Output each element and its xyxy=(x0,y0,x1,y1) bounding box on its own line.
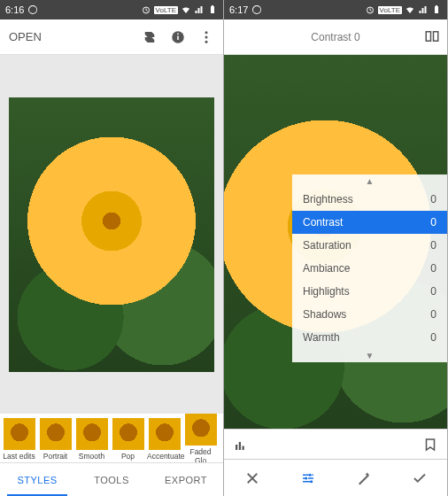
edit-header-value: 0 xyxy=(354,31,360,43)
right-phone: 6:17 VoLTE Contrast 0 xyxy=(224,0,448,496)
signal-icon xyxy=(418,4,429,15)
more-vert-icon[interactable] xyxy=(198,29,214,45)
adjust-value: 0 xyxy=(430,262,436,275)
adjust-label: Saturation xyxy=(303,239,351,252)
adjust-row-warmth[interactable]: Warmth0 xyxy=(292,326,447,349)
style-thumb-image xyxy=(76,418,108,450)
info-icon[interactable] xyxy=(170,29,186,45)
svg-rect-16 xyxy=(236,445,237,450)
svg-point-7 xyxy=(205,31,208,34)
style-thumb-image xyxy=(185,414,217,446)
status-bar: 6:16 VoLTE xyxy=(0,0,223,19)
adjust-row-ambiance[interactable]: Ambiance0 xyxy=(292,257,447,280)
adjust-value: 0 xyxy=(430,285,436,298)
style-thumb-image xyxy=(4,418,35,450)
style-thumb-image xyxy=(112,418,144,450)
edit-header: Contrast 0 xyxy=(224,19,447,55)
adjust-label: Brightness xyxy=(303,193,353,205)
svg-point-21 xyxy=(310,480,313,483)
style-thumb-label: Smooth xyxy=(74,452,109,461)
status-time: 6:17 xyxy=(229,4,248,15)
image-preview[interactable] xyxy=(0,55,223,414)
whatsapp-icon xyxy=(27,4,38,15)
action-bar xyxy=(224,459,447,496)
tab-tools-label: TOOLS xyxy=(94,475,129,485)
edit-header-label: Contrast xyxy=(311,31,351,43)
svg-rect-2 xyxy=(211,6,214,13)
svg-rect-12 xyxy=(435,6,438,13)
chevron-up-icon[interactable]: ▲ xyxy=(292,174,447,188)
left-phone: 6:16 VoLTE OPEN xyxy=(0,0,224,496)
svg-rect-17 xyxy=(239,442,241,450)
bookmark-icon[interactable] xyxy=(422,437,438,453)
status-time: 6:16 xyxy=(5,4,24,15)
tab-export[interactable]: EXPORT xyxy=(149,463,223,496)
lte-badge: VoLTE xyxy=(378,6,402,14)
edit-image-area[interactable]: ▲ Brightness0Contrast0Saturation0Ambianc… xyxy=(224,55,447,429)
adjust-row-highlights[interactable]: Highlights0 xyxy=(292,280,447,303)
svg-point-20 xyxy=(305,477,307,479)
adjust-label: Warmth xyxy=(303,331,340,344)
svg-rect-18 xyxy=(243,446,244,450)
wifi-icon xyxy=(405,4,415,15)
edit-tool-icons xyxy=(224,429,447,459)
svg-point-8 xyxy=(205,35,208,38)
battery-icon xyxy=(207,4,218,15)
alarm-icon xyxy=(365,4,375,15)
style-thumb-image xyxy=(40,418,72,450)
status-bar: 6:17 VoLTE xyxy=(224,0,447,19)
adjust-value: 0 xyxy=(430,308,436,321)
styles-strip[interactable]: Last editsPortraitSmoothPopAccentuateFad… xyxy=(0,414,223,462)
battery-icon xyxy=(431,4,442,15)
adjust-label: Ambiance xyxy=(303,262,350,275)
lte-badge: VoLTE xyxy=(154,6,178,14)
compare-icon[interactable] xyxy=(424,28,440,44)
adjust-panel[interactable]: ▲ Brightness0Contrast0Saturation0Ambianc… xyxy=(292,174,447,362)
photo-content xyxy=(9,97,214,372)
adjust-row-brightness[interactable]: Brightness0 xyxy=(292,188,447,211)
svg-point-9 xyxy=(205,40,208,43)
chevron-down-icon[interactable]: ▼ xyxy=(292,349,447,362)
svg-rect-5 xyxy=(177,35,179,40)
style-thumb[interactable]: Smooth xyxy=(74,418,109,461)
alarm-icon xyxy=(141,4,151,15)
style-thumb[interactable]: Accentuate xyxy=(147,418,182,461)
adjust-row-saturation[interactable]: Saturation0 xyxy=(292,234,447,257)
style-thumb-label: Last edits xyxy=(2,452,36,461)
card-stack-icon[interactable] xyxy=(142,29,158,45)
adjust-row-shadows[interactable]: Shadows0 xyxy=(292,303,447,326)
style-thumb-label: Portrait xyxy=(38,452,73,461)
histogram-icon[interactable] xyxy=(233,437,249,453)
main-toolbar: OPEN xyxy=(0,19,223,55)
style-thumb[interactable]: Portrait xyxy=(38,418,73,461)
svg-point-19 xyxy=(308,473,311,476)
style-thumb[interactable]: Faded Glo xyxy=(183,414,218,462)
style-thumb-image xyxy=(149,418,181,450)
tab-tools[interactable]: TOOLS xyxy=(74,463,149,496)
close-icon[interactable] xyxy=(244,470,260,486)
style-thumb-label: Pop xyxy=(111,452,145,461)
open-button[interactable]: OPEN xyxy=(9,30,42,43)
check-icon[interactable] xyxy=(412,470,428,486)
svg-rect-3 xyxy=(212,5,213,6)
sliders-icon[interactable] xyxy=(300,470,316,486)
tab-export-label: EXPORT xyxy=(165,475,207,485)
svg-rect-14 xyxy=(426,32,430,42)
adjust-row-contrast[interactable]: Contrast0 xyxy=(292,211,447,234)
adjust-label: Shadows xyxy=(303,308,346,321)
tab-styles-label: STYLES xyxy=(17,475,57,485)
style-thumb-label: Faded Glo xyxy=(183,447,218,463)
magic-wand-icon[interactable] xyxy=(356,470,372,486)
svg-rect-13 xyxy=(436,5,437,6)
style-thumb[interactable]: Last edits xyxy=(2,418,36,461)
adjust-value: 0 xyxy=(430,193,436,205)
style-thumb-label: Accentuate xyxy=(147,452,182,461)
adjust-value: 0 xyxy=(430,331,436,344)
signal-icon xyxy=(194,4,205,15)
tab-styles[interactable]: STYLES xyxy=(0,463,74,496)
whatsapp-icon xyxy=(251,4,262,15)
adjust-value: 0 xyxy=(430,216,436,229)
style-thumb[interactable]: Pop xyxy=(111,418,145,461)
wifi-icon xyxy=(181,4,191,15)
bottom-tabs: STYLES TOOLS EXPORT xyxy=(0,462,223,496)
